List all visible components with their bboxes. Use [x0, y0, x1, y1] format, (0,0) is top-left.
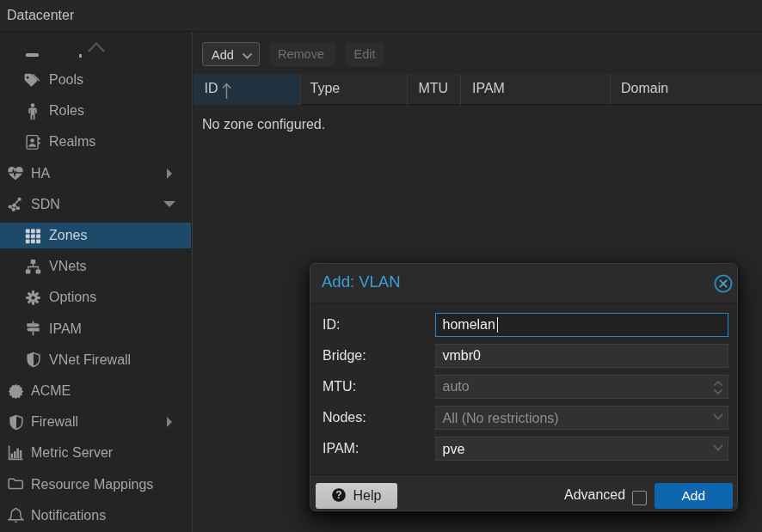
- svg-text:?: ?: [335, 489, 341, 501]
